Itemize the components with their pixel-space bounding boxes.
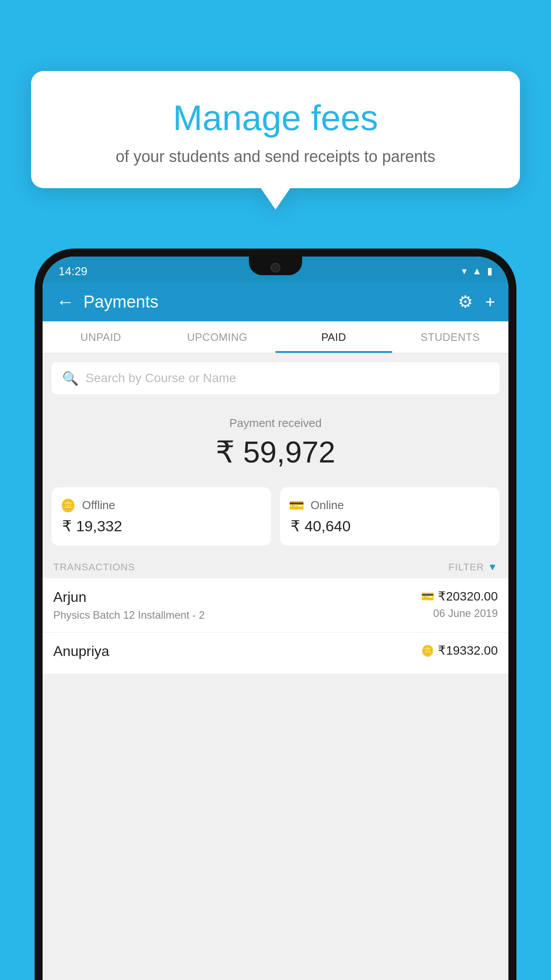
card-payment-icon: 💳 (421, 590, 434, 603)
payment-received-label: Payment received (43, 416, 508, 430)
tx-name: Arjun (53, 589, 205, 605)
tx-name: Anupriya (53, 643, 109, 660)
speech-bubble-subtitle: of your students and send receipts to pa… (53, 147, 498, 166)
online-icon: 💳 (289, 498, 304, 513)
header-icons: ⚙ + (458, 292, 495, 312)
tx-right: 🪙 ₹19332.00 (421, 643, 498, 661)
tx-date: 06 June 2019 (421, 607, 498, 620)
search-icon: 🔍 (62, 371, 79, 386)
payment-received-amount: ₹ 59,972 (43, 435, 508, 470)
online-payment-card: 💳 Online ₹ 40,640 (280, 487, 500, 545)
search-placeholder: Search by Course or Name (86, 371, 236, 385)
tab-unpaid[interactable]: UNPAID (43, 321, 159, 353)
add-icon[interactable]: + (485, 292, 495, 312)
filter-label: FILTER (449, 561, 484, 573)
online-label: Online (311, 498, 344, 512)
online-amount: ₹ 40,640 (289, 517, 491, 535)
search-bar[interactable]: 🔍 Search by Course or Name (51, 362, 500, 394)
back-button[interactable]: ← (56, 291, 75, 312)
tx-left: Arjun Physics Batch 12 Installment - 2 (53, 589, 205, 621)
settings-icon[interactable]: ⚙ (458, 292, 473, 312)
payment-received-section: Payment received ₹ 59,972 (43, 403, 508, 478)
header-title: Payments (83, 292, 458, 312)
payment-cards: 🪙 Offline ₹ 19,332 💳 Online ₹ 40,640 (43, 478, 508, 554)
offline-icon: 🪙 (60, 498, 76, 513)
tab-paid[interactable]: PAID (276, 321, 392, 353)
offline-label: Offline (82, 498, 115, 512)
speech-bubble-title: Manage fees (53, 98, 498, 138)
content-area: 🔍 Search by Course or Name Payment recei… (43, 353, 508, 980)
camera-dot (271, 263, 280, 273)
transactions-label: TRANSACTIONS (53, 561, 135, 573)
tabs-bar: UNPAID UPCOMING PAID STUDENTS (43, 321, 508, 353)
speech-bubble: Manage fees of your students and send re… (31, 71, 520, 188)
offline-amount: ₹ 19,332 (60, 517, 262, 535)
tx-amount: 🪙 ₹19332.00 (421, 643, 498, 658)
wifi-icon: ▾ (462, 265, 467, 277)
tx-left: Anupriya (53, 643, 109, 663)
tab-upcoming[interactable]: UPCOMING (159, 321, 276, 353)
phone-frame: 14:29 ▾ ▲ ▮ ← Payments ⚙ + UNPAID UPCOMI… (35, 249, 516, 980)
phone-screen: 14:29 ▾ ▲ ▮ ← Payments ⚙ + UNPAID UPCOMI… (43, 257, 508, 980)
status-time: 14:29 (59, 261, 87, 278)
filter-icon: ▼ (488, 561, 498, 573)
offline-payment-card: 🪙 Offline ₹ 19,332 (51, 487, 271, 545)
tx-right: 💳 ₹20320.00 06 June 2019 (421, 589, 498, 620)
filter-button[interactable]: FILTER ▼ (449, 561, 498, 573)
app-header: ← Payments ⚙ + (43, 282, 508, 321)
transactions-header: TRANSACTIONS FILTER ▼ (43, 554, 508, 578)
tab-students[interactable]: STUDENTS (392, 321, 509, 353)
signal-icon: ▲ (472, 265, 482, 277)
cash-payment-icon: 🪙 (421, 644, 434, 657)
tx-desc: Physics Batch 12 Installment - 2 (53, 609, 205, 621)
battery-icon: ▮ (487, 265, 492, 277)
status-icons: ▾ ▲ ▮ (462, 262, 492, 277)
table-row[interactable]: Arjun Physics Batch 12 Installment - 2 💳… (43, 578, 508, 632)
tx-amount: 💳 ₹20320.00 (421, 589, 498, 604)
table-row[interactable]: Anupriya 🪙 ₹19332.00 (43, 632, 508, 674)
